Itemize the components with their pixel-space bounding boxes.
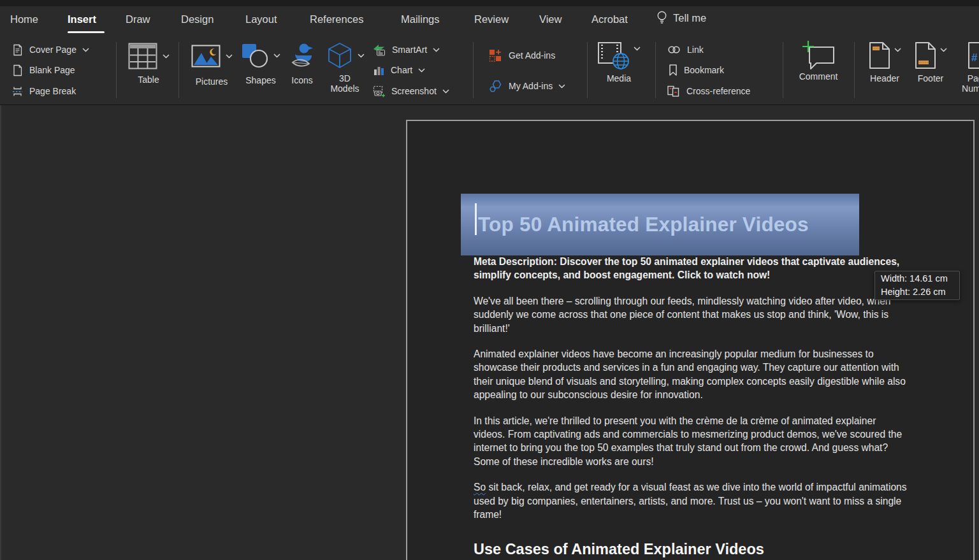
- lightbulb-icon: [656, 10, 667, 25]
- chevron-down-icon: [273, 54, 280, 58]
- tab-design[interactable]: Design: [181, 13, 214, 25]
- cross-reference-button[interactable]: Cross-reference: [667, 84, 750, 98]
- chart-button[interactable]: Chart: [373, 63, 425, 77]
- get-addins-button[interactable]: Get Add-ins: [488, 48, 555, 62]
- bookmark-icon: [668, 64, 678, 76]
- smartart-icon: [373, 44, 386, 56]
- document-body: Meta Description: Discover the top 50 an…: [474, 255, 908, 556]
- meta-description-paragraph[interactable]: Meta Description: Discover the top 50 an…: [474, 255, 908, 282]
- chevron-down-icon: [940, 48, 947, 52]
- table-label: Table: [138, 75, 159, 85]
- group-divider: [178, 42, 179, 98]
- link-icon: [667, 43, 681, 56]
- media-label: Media: [607, 73, 631, 83]
- tab-home[interactable]: Home: [10, 13, 38, 25]
- page-number-icon: #: [967, 41, 979, 69]
- smartart-label: SmartArt: [392, 45, 427, 55]
- cross-reference-label: Cross-reference: [686, 86, 750, 96]
- tab-view[interactable]: View: [539, 13, 562, 25]
- tab-references[interactable]: References: [310, 13, 363, 25]
- tab-mailings[interactable]: Mailings: [401, 13, 440, 25]
- page-number-button[interactable]: # Page Number: [959, 41, 979, 94]
- group-divider: [116, 42, 117, 98]
- size-tooltip-height: Height: 2.26 cm: [881, 285, 954, 299]
- pictures-button[interactable]: Pictures: [189, 45, 235, 87]
- shapes-icon: [241, 43, 269, 68]
- tab-acrobat[interactable]: Acrobat: [591, 13, 628, 25]
- chevron-down-icon: [226, 54, 233, 59]
- document-canvas: Top 50 Animated Explainer Videos Meta De…: [0, 104, 979, 560]
- get-addins-label: Get Add-ins: [509, 50, 555, 61]
- media-button[interactable]: Media: [598, 41, 640, 83]
- cross-reference-icon: [667, 85, 681, 97]
- 3d-models-label-line2: Models: [330, 83, 359, 94]
- screenshot-button[interactable]: Screenshot: [373, 84, 449, 98]
- get-addins-icon: [488, 48, 503, 63]
- tell-me-button[interactable]: Tell me: [656, 10, 706, 25]
- chevron-down-icon: [634, 47, 641, 51]
- page-number-label-line2: Number: [962, 83, 979, 94]
- paragraph-4-rest: sit back, relax, and get ready for a vis…: [474, 482, 907, 520]
- chart-icon: [373, 64, 385, 76]
- my-addins-label: My Add-ins: [509, 81, 553, 91]
- footer-button[interactable]: Footer: [913, 41, 948, 83]
- page-break-button[interactable]: Page Break: [11, 84, 76, 98]
- cover-page-icon: [11, 44, 24, 56]
- table-button[interactable]: Table: [124, 43, 173, 85]
- group-divider: [587, 42, 588, 98]
- selected-title-block[interactable]: Top 50 Animated Explainer Videos: [461, 194, 859, 255]
- paragraph-2[interactable]: Animated explainer videos have become an…: [474, 347, 908, 402]
- tab-insert[interactable]: Insert: [68, 13, 96, 25]
- blank-page-button[interactable]: Blank Page: [11, 63, 75, 77]
- chevron-down-icon: [358, 54, 365, 58]
- smartart-button[interactable]: SmartArt: [373, 43, 440, 57]
- 3d-models-button[interactable]: 3D Models: [326, 41, 363, 94]
- screenshot-icon: [373, 85, 386, 97]
- paragraph-3[interactable]: In this article, we're thrilled to prese…: [474, 414, 908, 469]
- media-icon: [597, 41, 630, 71]
- icons-button[interactable]: Icons: [287, 41, 317, 85]
- tab-review[interactable]: Review: [474, 13, 509, 25]
- active-tab-underline: [68, 31, 105, 33]
- tell-me-label: Tell me: [673, 12, 706, 24]
- blank-page-label: Blank Page: [29, 65, 75, 75]
- duck-icon: [287, 41, 317, 69]
- link-button[interactable]: Link: [667, 43, 704, 57]
- header-label: Header: [870, 73, 899, 83]
- paragraph-4[interactable]: So sit back, relax, and get ready for a …: [474, 480, 908, 521]
- icons-label: Icons: [291, 75, 312, 85]
- cover-page-button[interactable]: Cover Page: [11, 43, 89, 57]
- paragraph-1[interactable]: We've all been there – scrolling through…: [474, 294, 908, 335]
- header-icon: [868, 41, 891, 69]
- grammar-flagged-word[interactable]: So: [474, 482, 486, 492]
- tab-draw[interactable]: Draw: [126, 13, 150, 25]
- ribbon: Cover Page Blank Page Page Break: [0, 36, 979, 106]
- link-label: Link: [687, 45, 704, 55]
- blank-page-icon: [11, 64, 24, 76]
- bookmark-button[interactable]: Bookmark: [668, 63, 724, 77]
- word-window: Home Insert Draw Design Layout Reference…: [0, 0, 979, 560]
- chevron-down-icon: [442, 89, 449, 94]
- comment-button[interactable]: Comment: [794, 39, 843, 82]
- my-addins-button[interactable]: My Add-ins: [488, 79, 565, 93]
- my-addins-icon: [488, 80, 503, 93]
- comment-label: Comment: [799, 71, 838, 82]
- group-divider: [783, 42, 783, 98]
- document-page[interactable]: Top 50 Animated Explainer Videos Meta De…: [406, 120, 975, 560]
- header-button[interactable]: Header: [867, 41, 903, 83]
- screenshot-label: Screenshot: [391, 86, 437, 96]
- size-tooltip: Width: 14.61 cm Height: 2.26 cm: [874, 271, 960, 300]
- page-break-label: Page Break: [29, 86, 76, 96]
- group-divider: [473, 42, 474, 98]
- chevron-down-icon: [418, 68, 425, 73]
- chevron-down-icon: [894, 48, 901, 52]
- cover-page-label: Cover Page: [29, 45, 76, 55]
- table-icon: [128, 43, 157, 69]
- size-tooltip-width: Width: 14.61 cm: [881, 272, 954, 285]
- tab-layout[interactable]: Layout: [245, 13, 277, 25]
- chevron-down-icon: [82, 48, 89, 52]
- shapes-button[interactable]: Shapes: [237, 43, 284, 85]
- document-title[interactable]: Top 50 Animated Explainer Videos: [461, 213, 809, 236]
- 3d-models-label-line1: 3D: [330, 73, 359, 83]
- section-heading[interactable]: Use Cases of Animated Explainer Videos: [474, 543, 908, 556]
